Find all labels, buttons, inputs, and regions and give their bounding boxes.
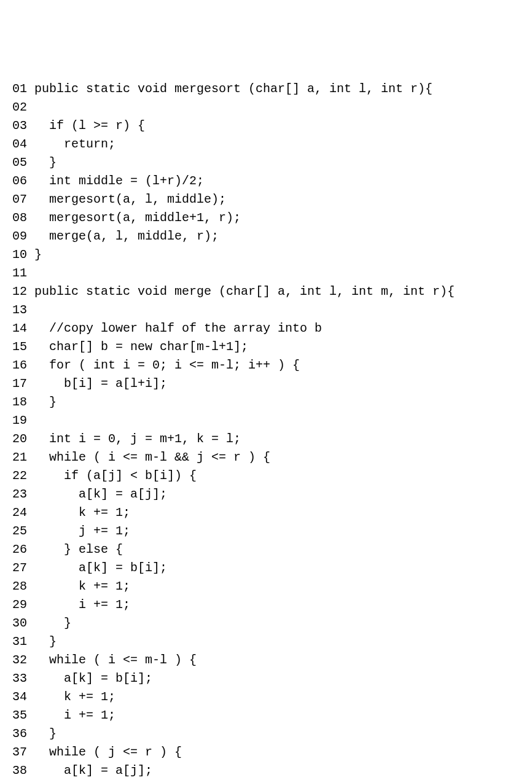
code-line: 21 while ( i <= m-l && j <= r ) { — [12, 448, 520, 467]
code-line: 25 j += 1; — [12, 522, 520, 540]
line-number: 18 — [12, 393, 27, 411]
code-line: 05 } — [12, 154, 520, 172]
code-text: char[] b = new char[m-l+1]; — [34, 338, 248, 356]
line-number: 30 — [12, 614, 27, 633]
code-line: 07 mergesort(a, l, middle); — [12, 190, 520, 209]
line-number: 38 — [12, 762, 27, 780]
code-line: 08 mergesort(a, middle+1, r); — [12, 209, 520, 227]
line-number: 12 — [12, 283, 27, 301]
line-number: 31 — [12, 633, 27, 651]
line-number: 25 — [12, 522, 27, 540]
line-number: 37 — [12, 743, 27, 762]
code-text: int i = 0, j = m+1, k = l; — [34, 430, 241, 448]
code-text: k += 1; — [34, 577, 130, 596]
code-text: return; — [34, 135, 115, 154]
line-number: 01 — [12, 80, 27, 98]
code-text: i += 1; — [34, 706, 115, 725]
code-line: 34 k += 1; — [12, 688, 520, 706]
code-text: a[k] = a[j]; — [34, 485, 167, 504]
code-line: 12public static void merge (char[] a, in… — [12, 283, 520, 301]
line-number: 21 — [12, 448, 27, 467]
code-text: public static void mergesort (char[] a, … — [34, 80, 432, 98]
code-line: 02 — [12, 98, 520, 117]
code-line: 26 } else { — [12, 540, 520, 559]
code-line: 09 merge(a, l, middle, r); — [12, 227, 520, 246]
code-text: int middle = (l+r)/2; — [34, 172, 204, 190]
code-text: for ( int i = 0; i <= m-l; i++ ) { — [34, 356, 300, 375]
code-text: i += 1; — [34, 596, 130, 614]
line-number: 05 — [12, 154, 27, 172]
code-line: 33 a[k] = b[i]; — [12, 669, 520, 688]
code-line: 23 a[k] = a[j]; — [12, 485, 520, 504]
code-text: k += 1; — [34, 688, 115, 706]
line-number: 34 — [12, 688, 27, 706]
line-number: 15 — [12, 338, 27, 356]
line-number: 16 — [12, 356, 27, 375]
code-text: public static void merge (char[] a, int … — [34, 283, 455, 301]
line-number: 35 — [12, 706, 27, 725]
line-number: 07 — [12, 190, 27, 209]
code-line: 20 int i = 0, j = m+1, k = l; — [12, 430, 520, 448]
line-number: 24 — [12, 504, 27, 522]
code-line: 22 if (a[j] < b[i]) { — [12, 467, 520, 485]
line-number: 32 — [12, 651, 27, 669]
line-number: 27 — [12, 559, 27, 577]
line-number: 03 — [12, 117, 27, 135]
code-line: 31 } — [12, 633, 520, 651]
code-line: 18 } — [12, 393, 520, 411]
line-number: 08 — [12, 209, 27, 227]
code-text: a[k] = b[i]; — [34, 669, 152, 688]
line-number: 19 — [12, 411, 27, 430]
line-number: 22 — [12, 467, 27, 485]
code-line: 06 int middle = (l+r)/2; — [12, 172, 520, 190]
code-line: 04 return; — [12, 135, 520, 154]
code-text: } — [34, 633, 57, 651]
line-number: 33 — [12, 669, 27, 688]
line-number: 29 — [12, 596, 27, 614]
code-line: 30 } — [12, 614, 520, 633]
code-line: 29 i += 1; — [12, 596, 520, 614]
line-number: 36 — [12, 725, 27, 743]
code-line: 01public static void mergesort (char[] a… — [12, 80, 520, 98]
code-line: 16 for ( int i = 0; i <= m-l; i++ ) { — [12, 356, 520, 375]
code-text: b[i] = a[l+i]; — [34, 375, 167, 393]
line-number: 28 — [12, 577, 27, 596]
code-line: 28 k += 1; — [12, 577, 520, 596]
line-number: 09 — [12, 227, 27, 246]
code-text: while ( i <= m-l && j <= r ) { — [34, 448, 270, 467]
line-number: 06 — [12, 172, 27, 190]
line-number: 11 — [12, 264, 27, 283]
code-line: 27 a[k] = b[i]; — [12, 559, 520, 577]
line-number: 02 — [12, 98, 27, 117]
code-line: 13 — [12, 301, 520, 319]
line-number: 04 — [12, 135, 27, 154]
code-line: 35 i += 1; — [12, 706, 520, 725]
code-text: //copy lower half of the array into b — [34, 319, 322, 338]
code-line: 19 — [12, 411, 520, 430]
code-block: 01public static void mergesort (char[] a… — [12, 80, 520, 780]
code-line: 17 b[i] = a[l+i]; — [12, 375, 520, 393]
code-text: mergesort(a, middle+1, r); — [34, 209, 241, 227]
code-text: } — [34, 393, 57, 411]
code-line: 03 if (l >= r) { — [12, 117, 520, 135]
code-text: while ( j <= r ) { — [34, 743, 182, 762]
code-text: a[k] = b[i]; — [34, 559, 167, 577]
code-text: merge(a, l, middle, r); — [34, 227, 219, 246]
code-text: } — [34, 154, 57, 172]
code-text: if (a[j] < b[i]) { — [34, 467, 197, 485]
line-number: 23 — [12, 485, 27, 504]
code-line: 10} — [12, 246, 520, 264]
code-text: a[k] = a[j]; — [34, 762, 152, 780]
line-number: 17 — [12, 375, 27, 393]
line-number: 10 — [12, 246, 27, 264]
code-line: 11 — [12, 264, 520, 283]
code-line: 15 char[] b = new char[m-l+1]; — [12, 338, 520, 356]
code-text: j += 1; — [34, 522, 130, 540]
code-text: while ( i <= m-l ) { — [34, 651, 197, 669]
line-number: 13 — [12, 301, 27, 319]
code-line: 38 a[k] = a[j]; — [12, 762, 520, 780]
code-line: 36 } — [12, 725, 520, 743]
code-text: } — [34, 614, 71, 633]
line-number: 26 — [12, 540, 27, 559]
code-line: 32 while ( i <= m-l ) { — [12, 651, 520, 669]
